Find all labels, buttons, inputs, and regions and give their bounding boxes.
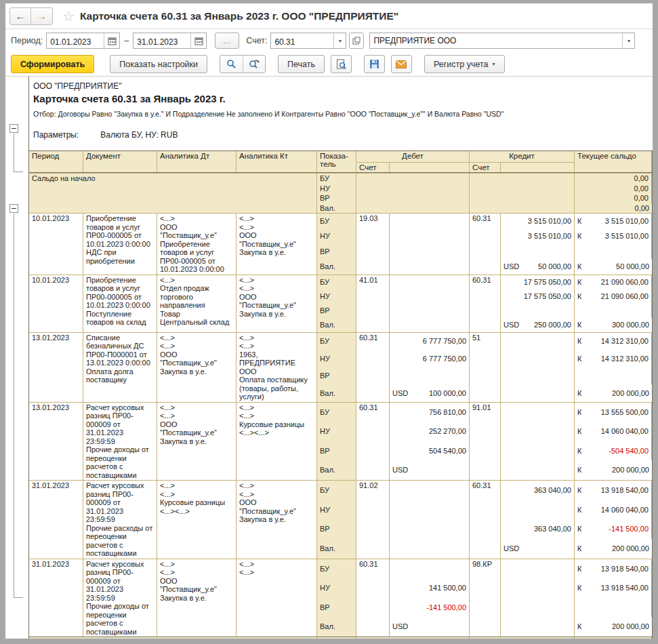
cell-debit-amount[interactable]: USD <box>390 617 470 637</box>
cell-analytics-kt[interactable]: <...><...>1963, ПРЕДПРИЯТИЕ ООООплата по… <box>237 333 317 402</box>
cell-credit-account[interactable] <box>470 617 501 637</box>
cell-indicator[interactable]: Вал. <box>317 384 356 402</box>
cell-period[interactable]: 31.01.2023 <box>29 481 83 559</box>
cell-indicator[interactable]: ВР <box>317 367 356 385</box>
cell-indicator[interactable]: ВР <box>317 304 356 318</box>
cell-document[interactable]: Приобретение товаров и услуг ПР00-000005… <box>83 214 157 275</box>
cell-indicator[interactable]: БУ <box>317 403 356 422</box>
cell-analytics-kt[interactable]: <...><...> <box>237 559 317 637</box>
cell-credit-amount[interactable] <box>501 367 575 385</box>
cell-credit-account[interactable] <box>470 318 501 332</box>
cell-current-saldo[interactable]: К13 918 540,00 <box>575 637 652 639</box>
email-button[interactable] <box>391 55 412 73</box>
cell-credit-amount[interactable] <box>501 304 575 318</box>
cell-debit-account[interactable]: 60.31 <box>356 559 390 579</box>
cell-analytics-dt[interactable]: <...><...>Курсовые разницы<...><...> <box>157 481 237 559</box>
cell-debit-total[interactable]: 7 534 560,00 <box>356 637 470 639</box>
cell-debit-amount[interactable] <box>390 304 470 318</box>
cell-current-saldo[interactable]: К-141 500,00 <box>575 519 652 539</box>
cell-debit-account[interactable] <box>356 304 390 318</box>
cell-debit-amount[interactable]: USD100 000,00 <box>390 384 470 402</box>
cell-debit-account[interactable] <box>356 384 390 402</box>
cell-credit-amount[interactable] <box>501 422 575 441</box>
cell-document[interactable]: Приобретение товаров и услуг ПР00-000005… <box>83 275 157 332</box>
cell-credit-amount[interactable]: USD250 000,00 <box>501 318 575 332</box>
cell-indicator[interactable]: БУ <box>317 174 356 184</box>
cell-debit-amount[interactable]: 504 540,00 <box>390 441 470 461</box>
cell-current-saldo[interactable]: К13 918 540,00 <box>575 559 652 579</box>
cell-analytics-kt[interactable]: <...><...>Курсовые разницы<...><...> <box>237 403 317 481</box>
cell-debit-amount[interactable]: 141 500,00 <box>390 578 470 598</box>
cell-debit-amount[interactable] <box>390 500 470 520</box>
cell-indicator[interactable]: ВР <box>317 244 356 259</box>
cell-credit-account[interactable] <box>470 500 501 520</box>
cell-credit-amount[interactable]: USD50 000,00 <box>501 259 575 274</box>
cell-credit-account[interactable] <box>470 259 501 274</box>
cell-current-saldo[interactable]: 0,00 <box>575 184 652 194</box>
cell-debit-amount[interactable] <box>390 539 470 559</box>
cell-credit-amount[interactable] <box>501 500 575 520</box>
cell-credit-amount[interactable]: 363 040,00 <box>501 481 575 500</box>
cell-indicator[interactable]: БУ <box>317 559 356 579</box>
cell-indicator[interactable]: ВР <box>317 441 356 461</box>
cell-current-saldo[interactable]: К3 515 010,00 <box>575 228 652 243</box>
collapse-header-button[interactable] <box>9 124 18 133</box>
cell-credit-account[interactable] <box>470 460 501 480</box>
cell-indicator[interactable]: БУ <box>317 333 356 350</box>
cell-analytics-kt[interactable]: <...><...>ООО "Поставщик_у.е"Закупка в у… <box>237 214 317 275</box>
account-dropdown-button[interactable]: ▾ <box>333 33 346 48</box>
cell-debit-account[interactable]: 60.31 <box>356 333 390 350</box>
cell-debit-amount[interactable]: 6 777 750,00 <box>390 333 470 350</box>
forward-button[interactable]: → <box>31 8 52 24</box>
cell-debit-account[interactable] <box>356 289 390 304</box>
cell-current-saldo[interactable]: 0,00 <box>575 193 652 203</box>
cell-current-saldo[interactable]: К13 918 540,00 <box>575 481 652 500</box>
search-next-button[interactable] <box>243 56 265 73</box>
cell-debit-account[interactable] <box>356 367 390 385</box>
favorite-star-icon[interactable]: ☆ <box>62 9 75 23</box>
cell-current-saldo[interactable]: 0,00 <box>575 203 652 214</box>
cell-debit-amount[interactable]: -141 500,00 <box>390 598 470 618</box>
cell-current-saldo[interactable]: К13 555 500,00 <box>575 403 652 422</box>
period-to-input[interactable] <box>133 33 190 48</box>
cell-period[interactable]: 31.01.2023 <box>29 559 83 637</box>
cell-debit-amount[interactable] <box>390 244 470 259</box>
cell-credit-account[interactable] <box>470 367 501 385</box>
cell-indicator[interactable]: БУ <box>317 637 356 639</box>
cell-indicator[interactable]: Вал. <box>317 460 356 480</box>
cell-debit-account[interactable] <box>356 578 390 598</box>
cell-debit-account[interactable]: 19.03 <box>356 214 390 228</box>
cell-debit-amount[interactable] <box>390 559 470 579</box>
cell-debit-amount[interactable]: 756 810,00 <box>390 403 470 422</box>
cell-indicator[interactable]: Вал. <box>317 539 356 559</box>
cell-debit-account[interactable] <box>356 441 390 461</box>
cell-credit-account[interactable] <box>470 289 501 304</box>
cell-period[interactable]: 13.01.2023 <box>29 333 83 402</box>
cell-indicator[interactable]: ВР <box>317 519 356 539</box>
cell-period[interactable]: 10.01.2023 <box>29 214 83 275</box>
cell-current-saldo[interactable]: К14 060 040,00 <box>575 422 652 441</box>
cell-period[interactable]: 10.01.2023 <box>29 275 83 332</box>
cell-credit-account[interactable] <box>470 441 501 461</box>
totals-label[interactable]: Обороты за период и сальдо на конец <box>29 637 317 639</box>
cell-current-saldo[interactable] <box>575 304 652 318</box>
cell-credit-account[interactable]: 51 <box>470 333 501 350</box>
cell-credit-amount[interactable]: 17 575 050,00 <box>501 275 575 289</box>
cell-current-saldo[interactable]: К14 312 310,00 <box>575 333 652 350</box>
cell-credit-amount[interactable] <box>501 384 575 402</box>
cell-debit-account[interactable] <box>356 598 390 618</box>
cell-debit-account[interactable] <box>356 422 390 441</box>
cell-current-saldo[interactable]: К200 000,00 <box>575 617 652 637</box>
cell-current-saldo[interactable]: 0,00 <box>575 174 652 184</box>
cell-credit-account[interactable] <box>470 519 501 539</box>
cell-indicator[interactable]: БУ <box>317 481 356 500</box>
cell-debit-account[interactable] <box>356 460 390 480</box>
cell-indicator[interactable]: НУ <box>317 184 356 194</box>
cell-debit-account[interactable]: 60.31 <box>356 403 390 422</box>
account-open-button[interactable] <box>349 33 364 49</box>
cell-credit-account[interactable] <box>470 244 501 259</box>
cell-credit-account[interactable] <box>470 304 501 318</box>
cell-current-saldo[interactable] <box>575 367 652 385</box>
cell-debit-amount[interactable] <box>390 318 470 332</box>
cell-current-saldo[interactable]: К300 000,00 <box>575 318 652 332</box>
